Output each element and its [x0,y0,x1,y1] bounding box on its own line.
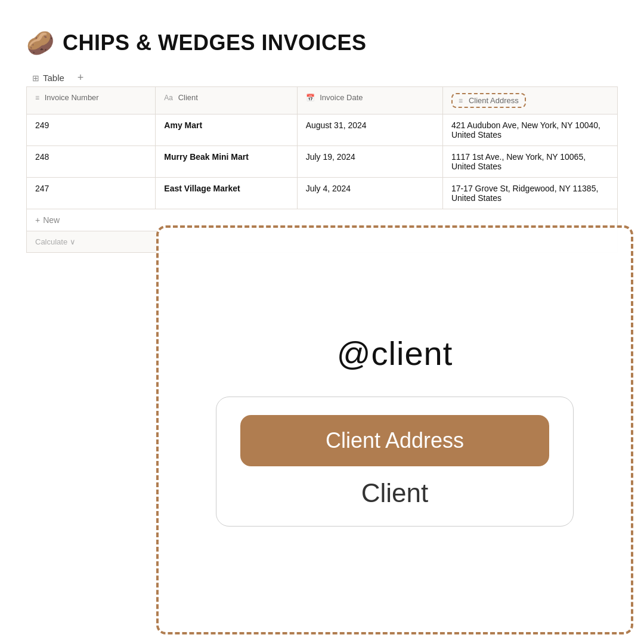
cell-invoice-249: 249 [27,114,156,146]
page-title: CHIPS & WEDGES INVOICES [63,30,367,55]
invoice-col-icon: ≡ [35,94,39,102]
cell-address-248: 1117 1st Ave., New York, NY 10065, Unite… [442,146,617,178]
table-row: 247 East Village Market July 4, 2024 17-… [27,178,618,209]
th-client-address: ≡ Client Address [442,87,617,114]
page-header: 🥔 CHIPS & WEDGES INVOICES [26,30,618,56]
table-row: 249 Amy Mart August 31, 2024 421 Audubon… [27,114,618,146]
cell-address-249: 421 Audubon Ave, New York, NY 10040, Uni… [442,114,617,146]
cell-date-248: July 19, 2024 [297,146,442,178]
cell-client-249: Amy Mart [156,114,297,146]
page-emoji: 🥔 [26,30,54,56]
cell-client-247: East Village Market [156,178,297,209]
cell-date-249: August 31, 2024 [297,114,442,146]
tab-table-label: Table [43,73,64,83]
autocomplete-overlay: @client Client Address Client [156,225,633,634]
at-client-text: @client [337,334,453,373]
table-header-row: ≡ Invoice Number Aa Client 📅 Invoice Dat… [27,87,618,114]
address-col-icon: ≡ [459,97,463,105]
cell-invoice-247: 247 [27,178,156,209]
add-tab-button[interactable]: + [74,69,88,86]
date-col-icon: 📅 [306,94,315,102]
chevron-down-icon: ∨ [70,237,76,246]
th-invoice-number: ≡ Invoice Number [27,87,156,114]
cell-client-248: Murry Beak Mini Mart [156,146,297,178]
client-address-header-highlight: ≡ Client Address [451,93,526,108]
cell-address-247: 17-17 Grove St, Ridgewood, NY 11385, Uni… [442,178,617,209]
client-col-icon: Aa [164,94,173,102]
th-client: Aa Client [156,87,297,114]
cell-invoice-248: 248 [27,146,156,178]
plus-icon: + [35,215,40,225]
tab-table[interactable]: ⊞ Table [26,70,70,86]
suggestion-card: Client Address Client [216,397,574,527]
table-icon: ⊞ [32,73,39,83]
table-row: 248 Murry Beak Mini Mart July 19, 2024 1… [27,146,618,178]
client-suggestion[interactable]: Client [240,478,549,508]
client-address-suggestion[interactable]: Client Address [240,415,549,466]
tab-bar: ⊞ Table + [26,69,618,86]
new-label: + New [35,215,609,225]
cell-date-247: July 4, 2024 [297,178,442,209]
th-invoice-date: 📅 Invoice Date [297,87,442,114]
